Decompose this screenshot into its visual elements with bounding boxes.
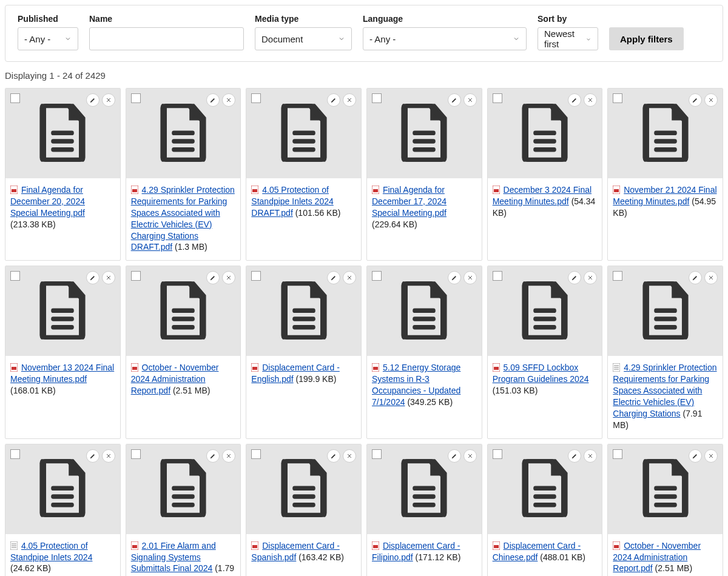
delete-button[interactable] [584,271,597,284]
delete-button[interactable] [584,449,597,463]
delete-button[interactable] [463,449,477,463]
select-checkbox[interactable] [10,93,20,103]
delete-button[interactable] [463,271,477,284]
edit-button[interactable] [206,449,220,463]
edit-button[interactable] [206,93,220,107]
sort-select[interactable]: Newest first [538,27,598,50]
edit-button[interactable] [448,93,461,107]
select-checkbox[interactable] [10,271,20,281]
pencil-icon [692,453,698,459]
file-size: (101.56 KB) [295,208,341,218]
close-icon [708,453,714,459]
edit-button[interactable] [86,93,99,107]
select-checkbox[interactable] [613,93,622,103]
delete-button[interactable] [704,93,718,107]
card-actions [86,93,115,107]
close-icon [587,97,593,103]
file-type-icon [251,541,258,550]
card-meta: October - November 2024 Administration R… [608,534,723,576]
edit-button[interactable] [689,449,702,463]
close-icon [226,275,232,281]
delete-button[interactable] [222,271,235,284]
name-input[interactable] [89,27,244,50]
select-checkbox[interactable] [372,93,382,103]
close-icon [708,275,714,281]
select-checkbox[interactable] [493,271,502,281]
document-icon [641,458,690,520]
chevron-down-icon [64,34,72,44]
delete-button[interactable] [222,93,235,107]
media-card: November 13 2024 Final Meeting Minutes.p… [5,266,121,438]
select-checkbox[interactable] [613,449,622,459]
media-type-select[interactable]: Document [255,27,352,50]
select-checkbox[interactable] [493,449,502,459]
select-checkbox[interactable] [493,93,502,103]
language-select[interactable]: - Any - [363,27,527,50]
edit-button[interactable] [689,93,702,107]
card-meta: 4.29 Sprinkler Protection Requirements f… [126,178,241,260]
card-thumbnail [488,444,602,534]
apply-filters-button[interactable]: Apply filters [609,27,684,50]
edit-button[interactable] [327,93,340,107]
card-actions [568,449,597,463]
file-type-icon [493,186,500,194]
document-icon [38,458,87,520]
document-icon [399,458,449,520]
select-checkbox[interactable] [251,271,261,281]
select-checkbox[interactable] [131,271,141,281]
card-meta: Displacement Card - Chinese.pdf (488.01 … [488,534,602,571]
file-size: (2.51 MB) [173,386,210,395]
delete-button[interactable] [463,93,477,107]
select-checkbox[interactable] [372,449,382,459]
delete-button[interactable] [343,93,356,107]
select-checkbox[interactable] [131,449,141,459]
card-meta: October - November 2024 Administration R… [126,356,241,404]
file-link[interactable]: Final Agenda for December 20, 2024 Speci… [10,185,85,218]
edit-button[interactable] [327,271,340,284]
file-link[interactable]: 2.01 Fire Alarm and Signaling Systems Su… [131,541,216,574]
document-icon [520,102,570,165]
select-checkbox[interactable] [372,271,382,281]
card-thumbnail [488,266,602,356]
delete-button[interactable] [222,449,235,463]
edit-button[interactable] [568,93,581,107]
delete-button[interactable] [343,271,356,284]
edit-button[interactable] [568,449,581,463]
card-thumbnail [246,444,361,534]
delete-button[interactable] [584,93,597,107]
card-meta: 5.12 Energy Storage Systems in R-3 Occup… [367,356,482,415]
edit-button[interactable] [86,449,99,463]
delete-button[interactable] [343,449,356,463]
filter-published: Published - Any - [18,14,78,50]
select-checkbox[interactable] [613,271,622,281]
select-checkbox[interactable] [251,93,261,103]
close-icon [346,275,352,281]
select-checkbox[interactable] [131,93,141,103]
file-link[interactable]: November 13 2024 Final Meeting Minutes.p… [10,363,114,384]
edit-button[interactable] [448,271,461,284]
file-link[interactable]: 5.09 SFFD Lockbox Program Guidelines 202… [493,363,589,384]
document-icon [399,280,449,343]
file-size: (2.51 MB) [655,563,692,573]
delete-button[interactable] [704,449,718,463]
card-thumbnail [367,444,482,534]
select-checkbox[interactable] [251,449,261,459]
file-link[interactable]: Final Agenda for December 17, 2024 Speci… [372,185,447,218]
close-icon [467,275,473,281]
delete-button[interactable] [102,271,115,284]
file-type-icon [372,541,379,550]
document-icon [38,280,87,343]
delete-button[interactable] [704,271,718,284]
select-checkbox[interactable] [10,449,20,459]
edit-button[interactable] [689,271,702,284]
edit-button[interactable] [86,271,99,284]
file-link[interactable]: 4.05 Protection of Standpipe Inlets 2024 [10,541,92,562]
edit-button[interactable] [568,271,581,284]
edit-button[interactable] [448,449,461,463]
published-select[interactable]: - Any - [18,27,78,50]
edit-button[interactable] [327,449,340,463]
delete-button[interactable] [102,449,115,463]
file-type-icon [493,541,500,550]
edit-button[interactable] [206,271,220,284]
delete-button[interactable] [102,93,115,107]
